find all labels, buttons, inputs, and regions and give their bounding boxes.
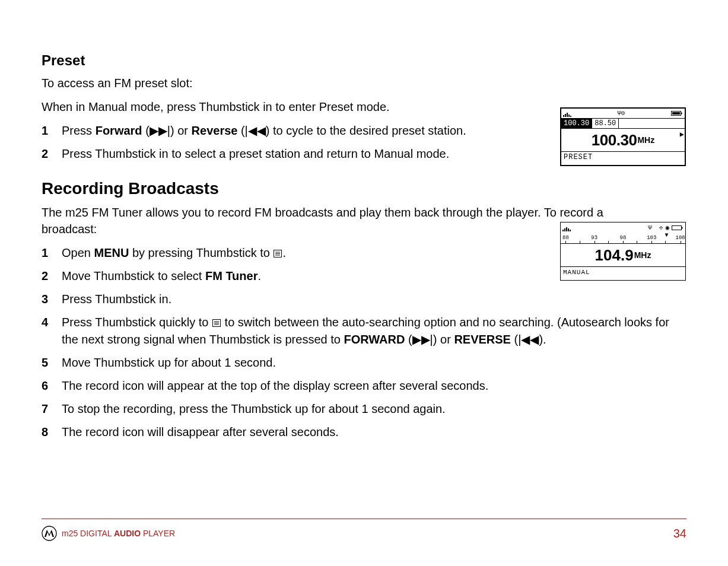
step-number: 2 xyxy=(42,268,62,285)
antenna-icon: Ψ⊙ xyxy=(617,110,625,117)
recording-step: 4 Press Thumbstick quickly to to switch … xyxy=(42,314,686,348)
svg-point-13 xyxy=(42,526,56,540)
battery-icon xyxy=(672,223,684,234)
preset-tab: 88.50 xyxy=(592,119,619,128)
step-number: 6 xyxy=(42,377,62,395)
svg-rect-11 xyxy=(672,225,682,230)
step-number: 3 xyxy=(42,291,62,308)
recording-step: 6 The record icon will appear at the top… xyxy=(42,377,686,395)
step-number: 1 xyxy=(42,244,62,262)
recording-step: 7 To stop the recording, press the Thumb… xyxy=(42,400,686,418)
step-number: 2 xyxy=(42,145,62,163)
svg-rect-10 xyxy=(672,112,680,115)
record-icon: ◉ xyxy=(665,225,669,231)
plus-icon: ✢ xyxy=(659,225,663,231)
frequency-dial: ▼ 88 93 98 103 108 xyxy=(561,233,685,244)
signal-icon xyxy=(563,111,571,117)
footer-divider xyxy=(42,519,686,519)
lcd-unit: MHz xyxy=(637,135,654,145)
step-number: 5 xyxy=(42,354,62,371)
battery-icon xyxy=(671,109,683,119)
menu-icon xyxy=(274,250,282,257)
lcd-mode: MANUAL xyxy=(561,266,685,278)
page-footer: m25 DIGITAL AUDIO PLAYER 34 xyxy=(42,526,686,541)
recording-heading: Recording Broadcasts xyxy=(42,179,686,198)
arrow-right-icon: ▶ xyxy=(680,130,684,139)
menu-icon xyxy=(212,319,221,327)
lcd-unit: MHz xyxy=(634,250,651,260)
lcd-frequency: 100.30 xyxy=(592,131,637,150)
step-number: 4 xyxy=(42,314,62,348)
preset-heading: Preset xyxy=(42,52,686,69)
footer-product: m25 DIGITAL AUDIO PLAYER xyxy=(62,529,175,538)
signal-icon xyxy=(562,225,571,231)
dial-marker-icon: ▼ xyxy=(665,232,668,239)
page-number: 34 xyxy=(673,527,686,540)
lcd-preset-screenshot: Ψ⊙ 100.30 88.50 ▶ 100.30MHz PRESET xyxy=(560,107,686,166)
antenna-icon: Ψ xyxy=(648,225,652,231)
svg-rect-9 xyxy=(681,112,682,114)
recording-step: 8 The record icon will disappear after s… xyxy=(42,424,686,441)
recording-intro: The m25 FM Tuner allows you to record FM… xyxy=(42,204,605,237)
step-number: 1 xyxy=(42,122,62,139)
preset-tab-active: 100.30 xyxy=(561,119,592,128)
lcd-manual-screenshot: Ψ ✢ ◉ ▼ 88 93 98 103 108 104.9MHz MANUAL xyxy=(560,222,686,281)
step-number: 7 xyxy=(42,400,62,418)
lcd-frequency: 104.9 xyxy=(595,246,634,265)
motorola-logo-icon xyxy=(42,526,57,541)
preset-intro-1: To access an FM preset slot: xyxy=(42,75,686,91)
lcd-mode: PRESET xyxy=(561,151,685,163)
svg-rect-12 xyxy=(682,227,683,228)
step-number: 8 xyxy=(42,424,62,441)
recording-step: 3 Press Thumbstick in. xyxy=(42,291,686,308)
recording-step: 5 Move Thumbstick up for about 1 second. xyxy=(42,354,686,371)
